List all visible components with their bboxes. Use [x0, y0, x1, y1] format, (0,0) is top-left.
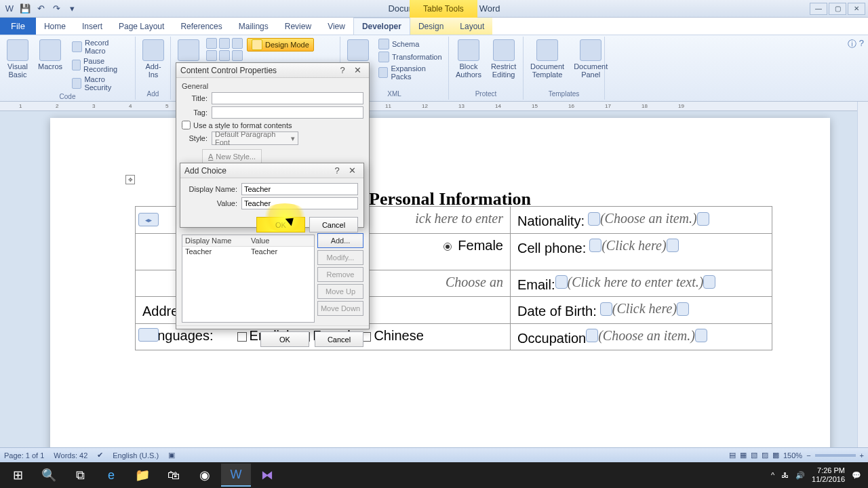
tray-clock[interactable]: 7:26 PM11/2/2016	[812, 466, 845, 484]
controls-gallery-button[interactable]	[175, 38, 202, 62]
document-panel-button[interactable]: Document Panel	[571, 38, 610, 80]
search-icon[interactable]: 🔍	[34, 464, 64, 487]
view-fullscreen-icon[interactable]: ▦	[740, 451, 747, 460]
value-input[interactable]	[241, 197, 358, 209]
tab-page-layout[interactable]: Page Layout	[111, 18, 172, 35]
edge-icon[interactable]: e	[96, 464, 126, 487]
tray-volume-icon[interactable]: 🔊	[795, 471, 805, 480]
dob-control[interactable]: (Click here)	[600, 301, 689, 317]
properties-cancel-button[interactable]: Cancel	[315, 331, 363, 347]
title-input[interactable]	[212, 92, 363, 104]
status-insert-icon[interactable]: ▣	[168, 451, 175, 460]
choices-list[interactable]: Display NameValue TeacherTeacher	[182, 235, 315, 323]
visual-basic-button[interactable]: Visual Basic	[4, 38, 31, 80]
tray-network-icon[interactable]: 🖧	[781, 471, 789, 479]
zoom-in-button[interactable]: +	[860, 451, 864, 460]
pause-recording-button[interactable]: Pause Recording	[69, 56, 131, 74]
content-control-tab-2[interactable]	[138, 328, 159, 342]
ribbon-tabs: File Home Insert Page Layout References …	[0, 18, 868, 35]
tab-file[interactable]: File	[0, 18, 36, 35]
control-picture-icon[interactable]	[232, 38, 243, 49]
start-button[interactable]: ⊞	[3, 464, 33, 487]
transformation-button[interactable]: Transformation	[376, 51, 445, 63]
redo-icon[interactable]: ↷	[50, 2, 63, 16]
close-button[interactable]: ✕	[848, 3, 865, 15]
status-proofing-icon[interactable]: ✔	[97, 451, 103, 460]
view-print-layout-icon[interactable]: ▤	[729, 451, 736, 460]
expansion-packs-button[interactable]: Expansion Packs	[376, 64, 445, 81]
structure-button[interactable]	[344, 38, 372, 62]
control-richtext-icon[interactable]	[206, 38, 217, 49]
add-choice-cancel-button[interactable]: Cancel	[309, 217, 358, 232]
macros-button[interactable]: Macros	[35, 38, 65, 72]
help-icon[interactable]: ?	[859, 38, 864, 50]
tab-home[interactable]: Home	[36, 18, 74, 35]
tray-notifications-icon[interactable]: 💬	[852, 471, 861, 480]
addins-button[interactable]: Add-Ins	[140, 38, 167, 80]
view-web-icon[interactable]: ▧	[751, 451, 757, 460]
dialog-help-button[interactable]: ?	[335, 64, 350, 77]
tab-view[interactable]: View	[319, 18, 353, 35]
tab-review[interactable]: Review	[277, 18, 319, 35]
minimize-ribbon-icon[interactable]: ⓘ	[848, 38, 856, 50]
add-choice-help-button[interactable]: ?	[330, 165, 344, 177]
tab-insert[interactable]: Insert	[74, 18, 111, 35]
control-combo-icon[interactable]	[206, 50, 217, 61]
nationality-control[interactable]: (Choose an item.)	[588, 211, 709, 226]
add-choice-ok-button[interactable]: OK	[256, 217, 305, 232]
add-choice-close-button[interactable]: ✕	[344, 165, 359, 177]
context-tab-table-tools: Table Tools	[410, 0, 477, 18]
control-text-icon[interactable]	[219, 38, 230, 49]
status-page[interactable]: Page: 1 of 1	[4, 451, 44, 460]
tab-design[interactable]: Design	[410, 18, 452, 35]
group-protect: Block Authors Restrict Editing Protect	[449, 37, 524, 100]
dialog-close-button[interactable]: ✕	[350, 64, 365, 77]
female-radio[interactable]	[443, 243, 452, 251]
design-mode-button[interactable]: Design Mode	[247, 38, 314, 52]
word-taskbar-icon[interactable]: W	[221, 464, 251, 487]
save-icon[interactable]: 💾	[18, 2, 32, 16]
document-template-button[interactable]: Document Template	[528, 38, 567, 80]
list-item[interactable]: TeacherTeacher	[182, 247, 314, 256]
zoom-level[interactable]: 150%	[783, 451, 802, 460]
vertical-scrollbar[interactable]	[857, 102, 868, 449]
cellphone-control[interactable]: (Click here)	[589, 238, 678, 253]
table-move-handle[interactable]: ✥	[125, 175, 135, 184]
view-outline-icon[interactable]: ▨	[762, 451, 768, 460]
chrome-icon[interactable]: ◉	[190, 464, 220, 487]
macro-security-button[interactable]: Macro Security	[69, 75, 131, 92]
minimize-button[interactable]: —	[810, 3, 827, 15]
visualstudio-icon[interactable]: ⧓	[252, 464, 282, 487]
document-page: Personal Information ick here to enter N…	[50, 118, 830, 449]
tab-references[interactable]: References	[172, 18, 230, 35]
maximize-button[interactable]: ▢	[829, 3, 846, 15]
email-control[interactable]: (Click here to enter text.)	[555, 274, 716, 290]
tab-developer[interactable]: Developer	[353, 18, 410, 35]
block-authors-button[interactable]: Block Authors	[453, 38, 484, 80]
undo-icon[interactable]: ↶	[34, 2, 47, 16]
record-macro-button[interactable]: Record Macro	[69, 38, 131, 56]
zoom-slider[interactable]	[815, 454, 856, 457]
content-control-tab[interactable]: ◂▸	[138, 213, 159, 226]
tab-layout[interactable]: Layout	[452, 18, 492, 35]
status-words[interactable]: Words: 42	[54, 451, 87, 460]
status-language[interactable]: English (U.S.)	[113, 451, 159, 460]
qat-more-icon[interactable]: ▾	[65, 2, 79, 16]
display-name-input[interactable]	[241, 183, 358, 195]
tray-chevron-icon[interactable]: ^	[771, 471, 774, 479]
add-choice-button[interactable]: Add...	[317, 233, 363, 248]
control-dropdown-icon[interactable]	[219, 50, 230, 61]
explorer-icon[interactable]: 📁	[127, 464, 157, 487]
schema-button[interactable]: Schema	[376, 38, 445, 50]
tab-mailings[interactable]: Mailings	[231, 18, 277, 35]
store-icon[interactable]: 🛍	[159, 464, 189, 487]
task-view-icon[interactable]: ⧉	[65, 464, 95, 487]
properties-ok-button[interactable]: OK	[260, 331, 309, 347]
view-draft-icon[interactable]: ▩	[772, 451, 779, 460]
use-style-checkbox[interactable]	[182, 121, 191, 129]
occupation-control[interactable]: (Choose an item.)	[586, 328, 707, 344]
control-date-icon[interactable]	[232, 50, 243, 61]
zoom-out-button[interactable]: −	[806, 451, 810, 460]
restrict-editing-button[interactable]: Restrict Editing	[488, 38, 519, 80]
tag-input[interactable]	[212, 106, 363, 119]
